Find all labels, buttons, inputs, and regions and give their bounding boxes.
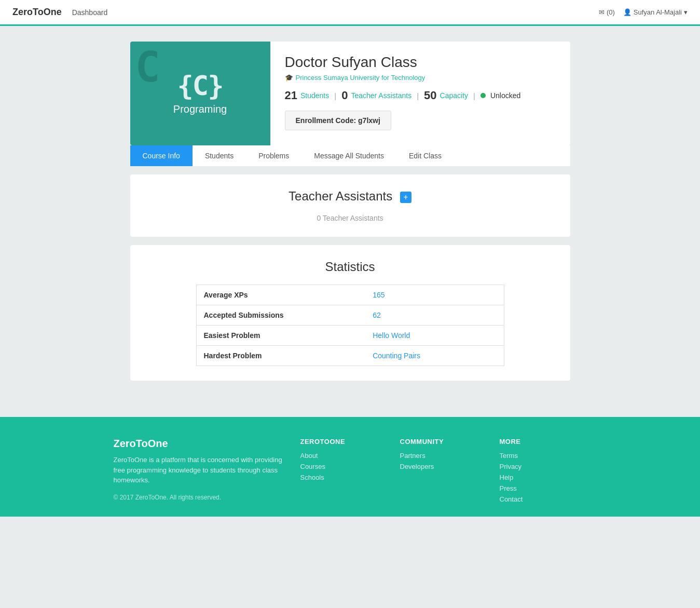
course-card: C {C} Programing Doctor Sufyan Class 🎓 P… bbox=[130, 42, 570, 145]
footer-link-about[interactable]: About bbox=[300, 452, 388, 460]
stat-value-hardest: Counting Pairs bbox=[365, 346, 504, 366]
user-caret-icon: ▾ bbox=[684, 8, 688, 16]
user-menu[interactable]: 👤 Sufyan Al-Majali ▾ bbox=[623, 8, 688, 16]
statistics-table: Average XPs 165 Accepted Submissions 62 … bbox=[196, 285, 504, 366]
students-label: Students bbox=[300, 91, 329, 100]
enrollment-label: Enrollment Code: bbox=[296, 116, 356, 125]
footer-link-terms[interactable]: Terms bbox=[500, 452, 587, 460]
navbar-right: ✉ (0) 👤 Sufyan Al-Majali ▾ bbox=[599, 8, 688, 16]
teacher-assistants-card: Teacher Assistants + 0 Teacher Assistant… bbox=[130, 174, 570, 237]
tab-edit-class[interactable]: Edit Class bbox=[396, 145, 454, 166]
students-count: 21 bbox=[285, 89, 297, 102]
stat-link-accepted[interactable]: 62 bbox=[373, 311, 381, 319]
graduation-icon: 🎓 bbox=[285, 74, 293, 82]
ta-section-title: Teacher Assistants + bbox=[145, 189, 556, 204]
footer-copyright: © 2017 ZeroToOne. All rights reserved. bbox=[114, 494, 288, 501]
ta-count: 0 bbox=[341, 89, 348, 102]
enrollment-code: g7lxwj bbox=[358, 116, 380, 125]
capacity-count: 50 bbox=[424, 89, 436, 102]
enrollment-box: Enrollment Code: g7lxwj bbox=[285, 111, 391, 130]
stat-link-easiest[interactable]: Hello World bbox=[373, 331, 410, 340]
tab-students[interactable]: Students bbox=[193, 145, 246, 166]
ta-title-text: Teacher Assistants bbox=[289, 189, 392, 203]
stat-label-avg-xp: Average XPs bbox=[196, 285, 365, 305]
statistics-card: Statistics Average XPs 165 Accepted Subm… bbox=[130, 245, 570, 381]
messages-label: ✉ (0) bbox=[599, 8, 615, 16]
tab-course-info[interactable]: Course Info bbox=[130, 145, 193, 166]
footer-more-col: MORE Terms Privacy Help Press Contact bbox=[500, 438, 587, 506]
footer-inner: ZeroToOne ZeroToOne is a platform that i… bbox=[101, 438, 599, 506]
footer-link-developers[interactable]: Developers bbox=[400, 463, 487, 470]
stat-link-hardest[interactable]: Counting Pairs bbox=[373, 352, 420, 360]
messages-button[interactable]: ✉ (0) bbox=[599, 8, 615, 16]
footer-link-schools[interactable]: Schools bbox=[300, 474, 388, 481]
stat-label-accepted: Accepted Submissions bbox=[196, 305, 365, 326]
tabs-bar: Course Info Students Problems Message Al… bbox=[130, 145, 570, 166]
footer-description: ZeroToOne is a platform that is concerne… bbox=[114, 455, 288, 485]
table-row: Average XPs 165 bbox=[196, 285, 504, 305]
divider-2: | bbox=[417, 91, 419, 100]
user-name: Sufyan Al-Majali bbox=[634, 8, 682, 16]
footer-brand: ZeroToOne bbox=[114, 438, 288, 450]
stat-value-easiest: Hello World bbox=[365, 326, 504, 346]
university-name: Princess Sumaya University for Technolog… bbox=[296, 74, 426, 82]
navbar-dashboard-link[interactable]: Dashboard bbox=[72, 8, 108, 17]
table-row: Hardest Problem Counting Pairs bbox=[196, 346, 504, 366]
navbar-brand[interactable]: ZeroToOne bbox=[12, 7, 62, 18]
stat-link-avg-xp[interactable]: 165 bbox=[373, 291, 385, 299]
footer-community-col: COMMUNITY Partners Developers bbox=[400, 438, 487, 506]
stat-value-avg-xp: 165 bbox=[365, 285, 504, 305]
stat-value-accepted: 62 bbox=[365, 305, 504, 326]
ta-empty-label: 0 Teacher Assistants bbox=[145, 214, 556, 222]
divider-3: | bbox=[473, 91, 475, 100]
capacity-label: Capacity bbox=[440, 91, 468, 100]
status-unlocked: Unlocked bbox=[490, 91, 520, 100]
status-dot-icon bbox=[481, 93, 486, 98]
footer-link-contact[interactable]: Contact bbox=[500, 495, 587, 503]
course-stats: 21 Students | 0 Teacher Assistants | 50 … bbox=[285, 89, 556, 102]
footer-link-courses[interactable]: Courses bbox=[300, 463, 388, 470]
footer-zerotoone-title: ZEROTOONE bbox=[300, 438, 388, 445]
footer-more-title: MORE bbox=[500, 438, 587, 445]
course-image: C {C} Programing bbox=[130, 42, 270, 145]
main-container: C {C} Programing Doctor Sufyan Class 🎓 P… bbox=[122, 26, 579, 396]
footer-link-privacy[interactable]: Privacy bbox=[500, 463, 587, 470]
footer-zerotoone-col: ZEROTOONE About Courses Schools bbox=[300, 438, 388, 506]
navbar: ZeroToOne Dashboard ✉ (0) 👤 Sufyan Al-Ma… bbox=[0, 0, 700, 26]
course-title: Doctor Sufyan Class bbox=[285, 54, 556, 71]
course-code-symbol: {C} bbox=[177, 72, 223, 99]
footer: ZeroToOne ZeroToOne is a platform that i… bbox=[0, 417, 700, 517]
add-ta-button[interactable]: + bbox=[400, 192, 411, 203]
footer-brand-col: ZeroToOne ZeroToOne is a platform that i… bbox=[114, 438, 288, 506]
ta-label: Teacher Assistants bbox=[351, 91, 411, 100]
table-row: Accepted Submissions 62 bbox=[196, 305, 504, 326]
user-icon: 👤 bbox=[623, 8, 632, 16]
footer-link-help[interactable]: Help bbox=[500, 474, 587, 481]
stat-label-easiest: Easiest Problem bbox=[196, 326, 365, 346]
footer-link-partners[interactable]: Partners bbox=[400, 452, 487, 460]
course-bg-letters: C bbox=[135, 47, 160, 88]
statistics-title: Statistics bbox=[145, 260, 556, 274]
tab-problems[interactable]: Problems bbox=[246, 145, 301, 166]
divider-1: | bbox=[334, 91, 336, 100]
table-row: Easiest Problem Hello World bbox=[196, 326, 504, 346]
course-university: 🎓 Princess Sumaya University for Technol… bbox=[285, 74, 556, 82]
course-info-section: Doctor Sufyan Class 🎓 Princess Sumaya Un… bbox=[270, 42, 570, 145]
course-image-label: Programing bbox=[173, 103, 227, 115]
stat-label-hardest: Hardest Problem bbox=[196, 346, 365, 366]
footer-link-press[interactable]: Press bbox=[500, 484, 587, 492]
footer-community-title: COMMUNITY bbox=[400, 438, 487, 445]
tab-message-all-students[interactable]: Message All Students bbox=[301, 145, 396, 166]
